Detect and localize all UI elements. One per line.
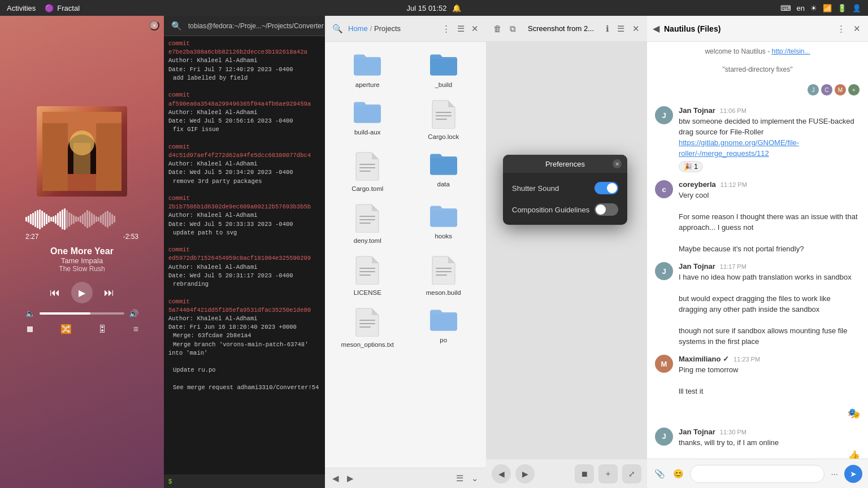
screenshot-fullscreen-button[interactable]: ⤢ [622,464,641,483]
files-forward-button[interactable]: ▶ [345,472,355,485]
prev-button[interactable]: ⏮ [50,287,60,299]
volume-slider[interactable] [40,312,124,315]
screenshot-close-button[interactable]: ✕ [631,22,641,36]
battery-icon: 🔋 [837,4,847,12]
file-item-Cargo.toml[interactable]: Cargo.toml [331,147,405,197]
chat-send-button[interactable]: ➤ [844,465,862,483]
next-button[interactable]: ⏭ [104,287,114,299]
shuffle-button[interactable]: 🔀 [60,324,72,334]
file-item-aperture[interactable]: aperture [331,47,405,93]
play-button[interactable]: ▶ [71,282,93,303]
svg-rect-25 [359,326,371,328]
terminal-body[interactable]: commit e7be2ba308a6cbb82126b2decce3b1926… [164,36,325,474]
chat-reaction-0[interactable]: 🎉 1 [679,161,703,172]
breadcrumb-projects[interactable]: Projects [374,24,401,33]
svg-rect-13 [359,171,371,172]
folder-icon [429,151,458,178]
files-list-view-button[interactable]: ☰ [454,472,465,485]
commit-author: Author: Khaleel Al-Adhami [168,263,320,272]
file-label-aperture: aperture [355,81,380,88]
chat-avatar-1: c [655,180,673,198]
screenshot-trash-button[interactable]: 🗑 [492,22,504,35]
shutter-sound-label: Shutter Sound [512,184,559,193]
waveform-bar-27 [86,210,88,228]
file-item-deny.toml[interactable]: deny.toml [331,199,405,249]
waveform-bar-29 [91,213,93,225]
file-item-po[interactable]: po [407,303,481,352]
file-item-_build[interactable]: _build [407,47,481,93]
music-close-button[interactable]: × [149,20,159,30]
composition-guidelines-label: Composition Guidelines [512,206,589,214]
file-label-deny.toml: deny.toml [354,237,381,244]
file-item-build-aux[interactable]: build-aux [331,95,405,145]
user-icon[interactable]: 👤 [852,4,861,12]
svg-rect-19 [359,274,371,276]
chat-title: Nautilus (Files) [664,24,831,33]
stop-button[interactable]: ⏹ [25,324,34,334]
chat-back-button[interactable]: ◀ [653,23,659,34]
waveform-bar-13 [55,215,57,224]
terminal-search-button[interactable]: 🔍 [170,19,184,33]
brightness-icon[interactable]: ☀ [810,4,817,12]
screenshot-panel: 🗑 ⧉ Screenshot from 2... ℹ ☰ ✕ Preferenc… [486,16,647,488]
chat-close-button[interactable]: ✕ [852,22,862,36]
file-item-LICENSE[interactable]: LICENSE [331,251,405,300]
wifi-icon[interactable]: 📶 [823,4,832,12]
file-item-data[interactable]: data [407,147,481,197]
chat-attach-button[interactable]: 📎 [653,467,667,481]
chat-emoji-button[interactable]: 😊 [671,467,685,481]
chat-time-4: 11:30 PM [720,429,747,435]
screenshot-next-button[interactable]: ▶ [515,464,535,483]
files-hamburger[interactable]: ☰ [455,22,466,36]
equalizer-button[interactable]: 🎛 [98,324,107,334]
waveform-bar-26 [84,212,86,226]
chat-emoji-3: 🎭 [848,407,860,420]
composition-guidelines-toggle[interactable] [594,203,618,216]
waveform-bar-3 [32,213,34,225]
folder-icon [353,52,382,79]
notification-icon[interactable]: 🔔 [452,4,461,12]
commit-date: Date: Wed Jul 5 20:31:17 2023 -0400 [168,272,320,280]
chat-text-3: Ping me tomorrowlll test it [679,365,860,397]
chat-link-0[interactable]: https://gitlab.gnome.org/GNOME/file-roll… [679,138,799,158]
commit-date: Date: Wed Jul 5 20:34:20 2023 -0400 [168,168,320,177]
terminal-prompt-icon: $ [168,478,172,485]
file-item-meson_options.txt[interactable]: meson_options.txt [331,303,405,352]
volume-control: 🔈 🔊 [25,309,138,318]
screenshot-add-button[interactable]: ＋ [598,464,618,483]
files-menu-more[interactable]: ⋮ [440,22,452,36]
waveform-bar-19 [68,212,70,226]
files-back-button[interactable]: ◀ [331,472,341,485]
files-close-button[interactable]: ✕ [470,22,480,36]
chat-more-button[interactable]: ··· [829,467,840,480]
chat-avatar-4: J [655,428,673,446]
screenshot-menu-button[interactable]: ☰ [615,22,626,36]
screenshot-stop-button[interactable]: ⏹ [575,464,594,483]
chat-input[interactable] [690,465,824,483]
chat-menu-button[interactable]: ⋮ [835,22,847,36]
breadcrumb-home[interactable]: Home [348,24,368,33]
screenshot-prev-button[interactable]: ◀ [492,464,511,483]
chat-welcome-link[interactable]: http://telsin... [772,47,810,55]
waveform-bar-21 [73,215,75,224]
files-sort-button[interactable]: ⌄ [470,472,480,485]
file-item-meson.build[interactable]: meson.build [407,251,481,300]
shutter-sound-toggle[interactable] [594,182,618,194]
queue-button[interactable]: ≡ [133,324,138,334]
preferences-dialog: Preferences ✕ Shutter Sound Composition … [503,155,627,225]
activities-label[interactable]: Activities [7,4,36,12]
prefs-close-button[interactable]: ✕ [613,159,622,168]
screenshot-titlebar: 🗑 ⧉ Screenshot from 2... ℹ ☰ ✕ [486,16,647,42]
chat-panel: ◀ Nautilus (Files) ⋮ ✕ welcome to Nautil… [647,16,868,488]
files-search-button[interactable]: 🔍 [331,22,345,36]
svg-rect-18 [359,271,375,272]
file-item-hooks[interactable]: hooks [407,199,481,249]
screenshot-info-button[interactable]: ℹ [604,22,611,36]
chat-message-2: JJan Tojnar11:17 PMI have no idea how pa… [655,262,860,347]
file-item-Cargo.lock[interactable]: Cargo.lock [407,95,481,145]
volume-high-icon: 🔊 [129,309,138,318]
album-art-svg [42,112,121,191]
files-titlebar: 🔍 Home / Projects ⋮ ☰ ✕ [325,16,486,42]
screenshot-copy-button[interactable]: ⧉ [508,22,518,36]
track-album: The Slow Rush [59,265,105,273]
